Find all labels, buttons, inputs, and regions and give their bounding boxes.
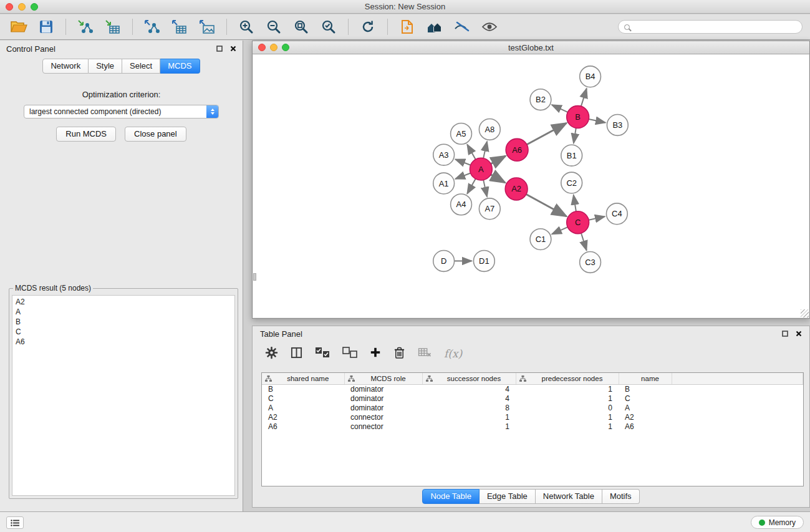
- export-table-icon[interactable]: [168, 17, 191, 37]
- tab-edge-table[interactable]: Edge Table: [480, 489, 536, 504]
- column-header-name[interactable]: name: [619, 373, 672, 384]
- tab-mcds[interactable]: MCDS: [160, 59, 200, 74]
- refresh-view-icon[interactable]: [357, 17, 379, 37]
- graph-edge-A2-C[interactable]: [526, 195, 566, 216]
- session-snapshot-icon[interactable]: [396, 17, 418, 37]
- import-network-icon[interactable]: [74, 17, 97, 37]
- column-header-predecessor-nodes[interactable]: predecessor nodes: [516, 373, 619, 384]
- close-table-panel-icon[interactable]: [796, 329, 802, 339]
- zoom-out-icon[interactable]: [263, 17, 285, 37]
- graph-node-B3[interactable]: B3: [607, 115, 628, 136]
- graph-node-A4[interactable]: A4: [451, 194, 472, 215]
- search-input[interactable]: [634, 22, 796, 32]
- delete-columns-trash-icon[interactable]: [393, 346, 405, 362]
- graph-node-C2[interactable]: C2: [561, 172, 582, 193]
- canvas-scroll-handle[interactable]: [253, 273, 256, 281]
- graph-edge-B-B4[interactable]: [581, 89, 587, 107]
- float-table-panel-icon[interactable]: [782, 329, 788, 339]
- add-column-icon[interactable]: [370, 347, 381, 360]
- column-header-shared-name[interactable]: shared name: [262, 373, 344, 384]
- minimize-network-window-button[interactable]: [270, 44, 277, 51]
- mcds-result-list[interactable]: A2ABCA6: [12, 295, 235, 496]
- graph-edge-A-A3[interactable]: [455, 159, 470, 165]
- tab-style[interactable]: Style: [89, 59, 122, 74]
- mcds-result-item[interactable]: A: [16, 307, 231, 317]
- mcds-result-item[interactable]: B: [16, 317, 231, 327]
- tab-motifs[interactable]: Motifs: [602, 489, 640, 504]
- close-window-button[interactable]: [6, 3, 13, 11]
- export-network-icon[interactable]: [141, 17, 163, 37]
- export-image-icon[interactable]: [196, 17, 218, 37]
- graph-edge-A-A5[interactable]: [467, 145, 475, 160]
- graph-node-B2[interactable]: B2: [530, 89, 551, 110]
- table-row[interactable]: A2connector11A2: [262, 413, 803, 422]
- graph-node-A2[interactable]: A2: [505, 178, 528, 200]
- zoom-window-button[interactable]: [31, 3, 38, 11]
- import-table-icon[interactable]: [102, 17, 124, 37]
- graph-node-C4[interactable]: C4: [606, 203, 627, 225]
- show-hide-panels-eye-icon[interactable]: [478, 17, 501, 37]
- graph-edge-A-A1[interactable]: [455, 173, 470, 179]
- graph-edge-B-B2[interactable]: [552, 105, 567, 112]
- graph-edge-A-A7[interactable]: [483, 180, 487, 197]
- graph-edge-A6-B[interactable]: [527, 123, 566, 144]
- mcds-result-item[interactable]: C: [16, 327, 231, 337]
- graph-node-D1[interactable]: D1: [473, 251, 494, 272]
- network-overview-icon[interactable]: [423, 17, 446, 37]
- toolbar-search[interactable]: [618, 20, 803, 34]
- graph-edge-C-C4[interactable]: [589, 216, 605, 220]
- graph-node-B4[interactable]: B4: [580, 66, 601, 87]
- network-window-titlebar[interactable]: testGlobe.txt: [253, 41, 809, 54]
- tab-network-table[interactable]: Network Table: [536, 489, 602, 504]
- save-session-icon[interactable]: [35, 17, 57, 37]
- graph-node-A[interactable]: A: [470, 158, 492, 180]
- memory-button[interactable]: Memory: [751, 516, 804, 529]
- delete-table-icon[interactable]: [418, 347, 432, 360]
- graphics-details-icon[interactable]: [451, 17, 473, 37]
- optimization-criterion-select[interactable]: largest connected component (directed): [24, 105, 219, 118]
- graph-edge-C-C2[interactable]: [574, 195, 576, 211]
- mcds-result-item[interactable]: A6: [16, 337, 231, 347]
- graph-node-A5[interactable]: A5: [451, 123, 472, 144]
- open-session-icon[interactable]: [7, 17, 30, 37]
- graph-node-C3[interactable]: C3: [580, 252, 601, 273]
- table-row[interactable]: Cdominator41C: [262, 394, 803, 404]
- graph-edge-A-A2[interactable]: [491, 175, 505, 183]
- table-settings-gear-icon[interactable]: [265, 346, 278, 362]
- graph-edge-C-C3[interactable]: [581, 233, 587, 251]
- graph-node-D[interactable]: D: [433, 251, 455, 272]
- graph-edge-C-C1[interactable]: [552, 227, 567, 234]
- zoom-in-icon[interactable]: [235, 17, 258, 37]
- graph-edge-A-A8[interactable]: [483, 142, 487, 158]
- graph-edge-B-B1[interactable]: [574, 128, 576, 143]
- table-row[interactable]: Bdominator41B: [262, 384, 803, 394]
- status-menu-button[interactable]: [6, 516, 24, 529]
- graph-node-A8[interactable]: A8: [479, 119, 500, 140]
- tab-node-table[interactable]: Node Table: [422, 489, 480, 504]
- close-panel-icon[interactable]: [230, 44, 236, 54]
- select-all-columns-icon[interactable]: [315, 347, 330, 360]
- tab-network[interactable]: Network: [42, 59, 89, 74]
- column-header-mcds-role[interactable]: MCDS role: [344, 373, 422, 384]
- mcds-result-item[interactable]: A2: [16, 297, 231, 307]
- graph-node-C[interactable]: C: [567, 211, 589, 234]
- float-panel-icon[interactable]: [216, 44, 223, 54]
- zoom-network-window-button[interactable]: [282, 44, 289, 51]
- zoom-fit-icon[interactable]: [290, 17, 312, 37]
- minimize-window-button[interactable]: [18, 3, 26, 11]
- show-columns-icon[interactable]: [291, 347, 302, 361]
- graph-node-A1[interactable]: A1: [433, 173, 455, 194]
- run-mcds-button[interactable]: Run MCDS: [56, 127, 116, 142]
- graph-node-B[interactable]: B: [567, 106, 589, 128]
- graph-node-C1[interactable]: C1: [530, 229, 551, 250]
- graph-node-B1[interactable]: B1: [561, 145, 582, 166]
- close-network-window-button[interactable]: [258, 44, 266, 51]
- graph-edge-A-A4[interactable]: [467, 179, 475, 194]
- graph-edge-A-A6[interactable]: [491, 156, 505, 164]
- node-table-container[interactable]: shared name MCDS role successor nodes: [261, 372, 804, 486]
- network-canvas[interactable]: B4B2BB3B1A5A8A6A3AA1A2A4A7C2CC4C1C3DD1: [253, 55, 809, 317]
- table-row[interactable]: Adominator80A: [262, 404, 803, 413]
- zoom-selected-icon[interactable]: [317, 17, 340, 37]
- table-row[interactable]: A6connector11A6: [262, 422, 803, 432]
- tab-select[interactable]: Select: [122, 59, 160, 74]
